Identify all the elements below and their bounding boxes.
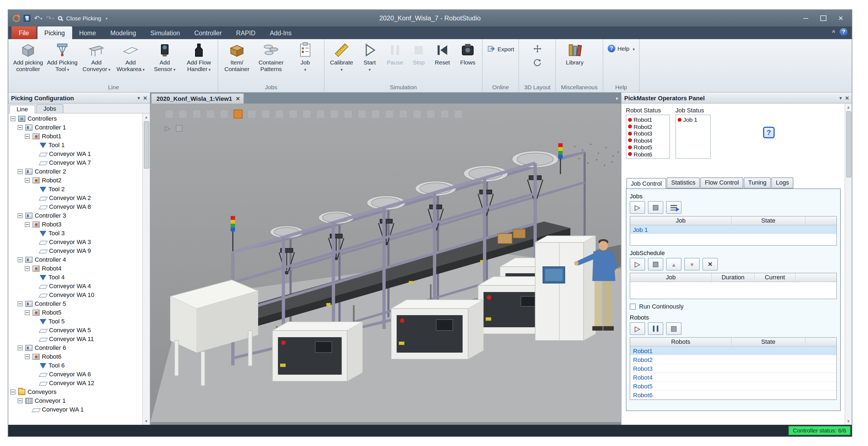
schedule-delete-button[interactable] bbox=[703, 258, 718, 270]
close-picking-command[interactable]: Close Picking bbox=[66, 15, 101, 22]
robot-row[interactable]: Robot5 bbox=[630, 382, 836, 391]
play-icon[interactable] bbox=[165, 124, 170, 132]
viewport-tool-icon[interactable] bbox=[275, 109, 284, 119]
minimize-button[interactable] bbox=[798, 13, 813, 24]
viewport-tool-icon[interactable] bbox=[427, 109, 435, 119]
viewport-tool-active-icon[interactable] bbox=[234, 109, 242, 119]
tree-item[interactable]: Conveyor WA 3 bbox=[8, 237, 142, 246]
viewport-tool-icon[interactable] bbox=[385, 109, 394, 119]
job-row[interactable]: Job 1 bbox=[630, 225, 836, 234]
panel-close-icon[interactable] bbox=[845, 94, 849, 102]
tree-item[interactable]: Conveyor WA 2 bbox=[8, 193, 142, 202]
maximize-button[interactable] bbox=[815, 13, 831, 24]
ribbon-tab[interactable]: Picking bbox=[37, 27, 72, 39]
tree-item[interactable]: Conveyor WA 5 bbox=[8, 326, 142, 334]
tree-expander-icon[interactable] bbox=[25, 266, 30, 271]
viewport-tool-icon[interactable] bbox=[358, 109, 366, 119]
tree-item[interactable]: Controller 3 bbox=[8, 211, 142, 220]
tree-item[interactable]: Conveyor WA 9 bbox=[8, 246, 142, 255]
redo-dropdown-icon[interactable] bbox=[52, 14, 54, 22]
tree-item[interactable]: Tool 5 bbox=[8, 317, 142, 326]
ribbon-tab[interactable]: Add-Ins bbox=[262, 27, 299, 39]
tree-item[interactable]: Tool 6 bbox=[8, 361, 142, 370]
tree-item[interactable]: Conveyor WA 8 bbox=[8, 202, 142, 211]
undo-button[interactable] bbox=[34, 14, 42, 22]
viewport-tool-icon[interactable] bbox=[247, 109, 256, 119]
scroll-down-icon[interactable] bbox=[143, 418, 150, 425]
tree-item[interactable]: Robot2 bbox=[8, 176, 142, 185]
tree-item[interactable]: Controller 2 bbox=[8, 167, 142, 176]
scroll-thumb[interactable] bbox=[846, 111, 851, 178]
tree-item[interactable]: Tool 3 bbox=[8, 229, 142, 237]
tree-item[interactable]: Robot5 bbox=[8, 308, 142, 317]
qat-customize-button[interactable] bbox=[105, 14, 108, 22]
tree-item[interactable]: Conveyor WA 1 bbox=[8, 405, 142, 414]
operators-panel-tab[interactable]: Job Control bbox=[626, 178, 666, 189]
viewport-tool-icon[interactable] bbox=[165, 109, 174, 119]
job-queue-button[interactable] bbox=[666, 201, 682, 214]
ribbon-tab[interactable]: Simulation bbox=[143, 27, 187, 39]
tree-item[interactable]: Tool 4 bbox=[8, 273, 142, 282]
viewport-tool-icon[interactable] bbox=[179, 109, 187, 119]
robots-start-button[interactable] bbox=[630, 322, 645, 335]
item-container-button[interactable]: Item/Container bbox=[220, 40, 254, 73]
robot-row[interactable]: Robot1 bbox=[630, 347, 836, 355]
tree-item[interactable]: Controllers bbox=[8, 114, 142, 123]
job-start-button[interactable] bbox=[630, 201, 645, 214]
collapse-ribbon-icon[interactable] bbox=[832, 29, 835, 35]
export-button[interactable]: Export bbox=[484, 43, 517, 54]
ribbon-tab[interactable]: File bbox=[11, 27, 36, 39]
robot-row[interactable]: Robot3 bbox=[630, 364, 836, 373]
calibrate-button[interactable]: Calibrate bbox=[326, 40, 357, 71]
search-button[interactable] bbox=[58, 16, 62, 21]
tree-item[interactable]: Controller 4 bbox=[8, 255, 142, 264]
tree-item[interactable]: Conveyor 1 bbox=[8, 396, 142, 405]
operators-panel-tab[interactable]: Logs bbox=[772, 178, 794, 188]
viewport-tool-icon[interactable] bbox=[289, 109, 298, 119]
run-continously-checkbox[interactable] bbox=[630, 303, 636, 309]
operators-panel-tab[interactable]: Flow Control bbox=[701, 178, 743, 188]
viewport-tool-icon[interactable] bbox=[371, 109, 380, 119]
panel-pin-icon[interactable] bbox=[839, 94, 842, 102]
tree-item[interactable]: Conveyor WA 7 bbox=[8, 158, 142, 167]
ribbon-tab[interactable]: Modeling bbox=[103, 27, 143, 39]
viewport-tool-icon[interactable] bbox=[330, 109, 339, 119]
tree-item[interactable]: Robot4 bbox=[8, 264, 142, 273]
tree-expander-icon[interactable] bbox=[25, 310, 30, 315]
schedule-move-up-button[interactable] bbox=[666, 258, 682, 270]
tree-item[interactable]: Controller 1 bbox=[8, 123, 142, 132]
scroll-down-icon[interactable] bbox=[845, 418, 852, 425]
tree-item[interactable]: Controller 5 bbox=[8, 299, 142, 308]
tree-expander-icon[interactable] bbox=[10, 116, 16, 121]
job-button[interactable]: Job bbox=[288, 40, 322, 71]
ribbon-tab[interactable]: Home bbox=[72, 27, 103, 39]
container-patterns-button[interactable]: ContainerPatterns bbox=[254, 40, 288, 73]
stop-button[interactable]: Stop bbox=[408, 40, 430, 66]
tree-expander-icon[interactable] bbox=[10, 389, 16, 394]
scroll-thumb[interactable] bbox=[144, 121, 149, 168]
add-workarea-button[interactable]: AddWorkarea bbox=[114, 40, 148, 73]
scroll-up-icon[interactable] bbox=[143, 114, 150, 121]
close-button[interactable] bbox=[833, 13, 848, 24]
3d-view[interactable] bbox=[150, 103, 621, 425]
tree-item[interactable]: Conveyor WA 6 bbox=[8, 370, 142, 379]
tree-item[interactable]: Conveyor WA 12 bbox=[8, 379, 142, 387]
operators-panel-scrollbar[interactable] bbox=[845, 103, 852, 425]
view-tab[interactable]: 2020_Konf_Wisla_1:View1 bbox=[151, 93, 244, 103]
robot-row[interactable]: Robot6 bbox=[630, 391, 836, 400]
operators-panel-tab[interactable]: Statistics bbox=[667, 178, 700, 188]
move-tool-button[interactable] bbox=[531, 43, 544, 54]
tree-expander-icon[interactable] bbox=[18, 125, 23, 130]
viewport-tool-icon[interactable] bbox=[454, 109, 463, 119]
robot-row[interactable]: Robot4 bbox=[630, 373, 836, 382]
viewport-tool-icon[interactable] bbox=[303, 109, 311, 119]
tree-item[interactable]: Conveyor WA 4 bbox=[8, 282, 142, 290]
stop-icon[interactable] bbox=[176, 125, 182, 132]
panel-close-icon[interactable] bbox=[143, 94, 147, 102]
tree-item[interactable]: Robot1 bbox=[8, 132, 142, 140]
tree-expander-icon[interactable] bbox=[25, 178, 30, 183]
tree-expander-icon[interactable] bbox=[18, 257, 23, 262]
tree-item[interactable]: Conveyor WA 11 bbox=[8, 334, 142, 343]
add-picking-tool-button[interactable]: Add PickingTool bbox=[45, 40, 79, 73]
tree-item[interactable]: Tool 1 bbox=[8, 140, 142, 149]
